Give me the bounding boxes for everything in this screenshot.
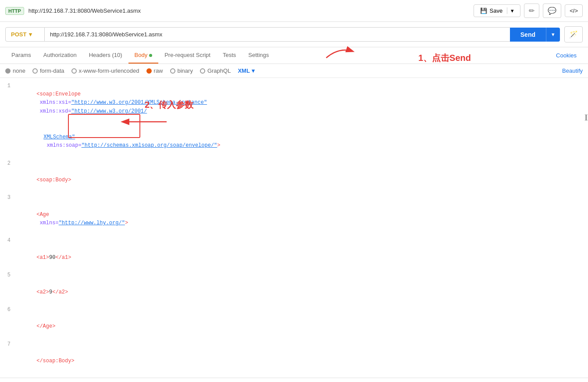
radio-graphql-dot <box>200 68 205 74</box>
radio-none-dot <box>5 68 11 74</box>
resp-tab-test-results[interactable]: Test Results <box>106 378 149 382</box>
url-input[interactable] <box>45 27 510 42</box>
http-badge: HTTP <box>5 7 24 15</box>
radio-binary-dot <box>170 68 175 74</box>
comment-button[interactable]: 💬 <box>543 4 561 18</box>
radio-graphql-label: GraphQL <box>207 67 231 74</box>
req-line-5: 5 <a2>9</a2> <box>0 271 588 305</box>
save-icon: 💾 <box>480 7 487 14</box>
top-actions: 💾 Save ▾ ✏ 💬 </> <box>474 4 583 18</box>
scrollbar-indicator: 𝐈 <box>584 113 588 123</box>
radio-graphql[interactable]: GraphQL <box>200 67 231 74</box>
edit-button[interactable]: ✏ <box>524 4 539 18</box>
save-label: Save <box>490 7 503 14</box>
req-line-1b: XMLSchema" xmlns:soap="http://schemas.xm… <box>0 124 588 159</box>
radio-raw[interactable]: raw <box>146 67 163 74</box>
radio-form-data[interactable]: form-data <box>32 67 64 74</box>
resp-tab-body[interactable]: Body <box>5 378 31 382</box>
radio-urlencoded[interactable]: x-www-form-urlencoded <box>71 67 139 74</box>
xml-label: XML <box>238 67 249 74</box>
tab-tests[interactable]: Tests <box>217 47 242 64</box>
arrow-1-icon <box>322 42 357 60</box>
method-select[interactable]: POST ▾ <box>5 27 45 42</box>
radio-urlencoded-label: x-www-form-urlencoded <box>79 67 139 74</box>
tab-authorization[interactable]: Authorization <box>37 47 83 64</box>
url-bar: POST ▾ Send ▾ 🪄 <box>0 22 588 47</box>
body-dot <box>149 54 152 57</box>
save-button[interactable]: 💾 Save ▾ <box>474 4 521 17</box>
radio-form-data-label: form-data <box>40 67 64 74</box>
send-button[interactable]: Send <box>510 28 546 42</box>
radio-none[interactable]: none <box>5 67 25 74</box>
annotation-1-text: 1、点击Send <box>418 52 471 64</box>
magic-wand-button[interactable]: 🪄 <box>564 26 583 42</box>
top-url-display: http://192.168.7.31:8080/WebService1.asm… <box>29 7 469 14</box>
resp-tab-cookies[interactable]: Cookies <box>31 378 64 382</box>
tab-params[interactable]: Params <box>5 47 37 64</box>
send-dropdown[interactable]: ▾ <box>546 28 560 42</box>
top-bar: HTTP http://192.168.7.31:8080/WebService… <box>0 0 588 22</box>
request-code-editor: 1 <soap:Envelope xmlns:xsi="http://www.w… <box>0 78 588 378</box>
xml-dropdown-icon: ▾ <box>252 67 255 74</box>
beautify-button[interactable]: Beautify <box>562 67 583 74</box>
response-tab-bar: Body Cookies Headers (7) Test Results 🌐 … <box>0 378 588 382</box>
send-btn-group: Send ▾ <box>510 28 560 42</box>
tab-body[interactable]: Body <box>128 47 159 64</box>
radio-binary[interactable]: binary <box>170 67 193 74</box>
req-line-2: 2 <soap:Body> <box>0 159 588 194</box>
radio-none-label: none <box>13 67 25 74</box>
code-button[interactable]: </> <box>565 4 583 17</box>
annotation-2-text: 2、传入参数 <box>145 99 193 111</box>
more-options-button[interactable]: ··· <box>571 380 583 382</box>
radio-form-data-dot <box>32 68 38 74</box>
radio-binary-label: binary <box>178 67 193 74</box>
radio-urlencoded-dot <box>71 68 77 74</box>
tab-prerequest[interactable]: Pre-request Script <box>158 47 217 64</box>
body-type-bar: none form-data x-www-form-urlencoded raw… <box>0 64 588 78</box>
xml-select[interactable]: XML ▾ <box>238 67 254 74</box>
req-line-7: 7 </soap:Body> <box>0 340 588 375</box>
req-line-4: 4 <a1>90</a1> <box>0 236 588 271</box>
request-tab-bar: Params Authorization Headers (10) Body P… <box>0 47 588 64</box>
cookies-link[interactable]: Cookies <box>550 48 583 63</box>
resp-tab-headers[interactable]: Headers (7) <box>64 378 106 382</box>
save-dropdown-arrow[interactable]: ▾ <box>507 7 514 14</box>
req-line-6: 6 </Age> <box>0 305 588 340</box>
req-line-1: 1 <soap:Envelope xmlns:xsi="http://www.w… <box>0 81 588 124</box>
tab-settings[interactable]: Settings <box>242 47 275 64</box>
radio-raw-dot <box>146 68 152 74</box>
tab-headers[interactable]: Headers (10) <box>83 47 128 64</box>
req-line-3: 3 <Age xmlns="http://www.lhy.org/"> <box>0 193 588 236</box>
method-dropdown-icon: ▾ <box>29 31 32 38</box>
radio-raw-label: raw <box>154 67 163 74</box>
method-label: POST <box>11 31 26 38</box>
response-status: 🌐 200 OK 11 ms 557 B 💾 Save as example ·… <box>436 380 583 382</box>
